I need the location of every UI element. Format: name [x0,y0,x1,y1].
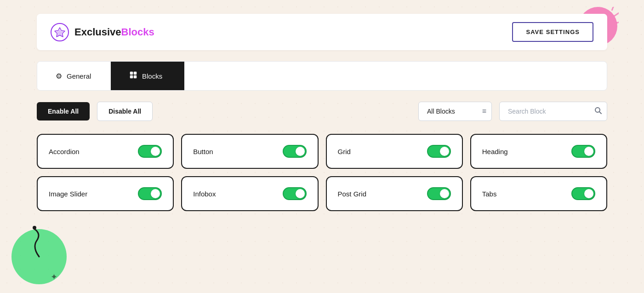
disable-all-button[interactable]: Disable All [97,102,153,121]
blocks-grid: Accordion Button Grid Heading [37,134,607,211]
toggle-slider-tabs [571,187,595,200]
block-label-button: Button [193,148,213,155]
toggle-slider-accordion [138,145,162,158]
header: ExclusiveBlocks SAVE SETTINGS [37,14,607,50]
gear-icon: ⚙ [56,72,62,80]
toggle-accordion[interactable] [138,145,162,158]
svg-rect-12 [134,75,137,78]
svg-line-14 [599,112,601,114]
logo-icon [51,23,69,41]
block-label-post-grid: Post Grid [338,190,367,198]
toggle-grid[interactable] [427,145,451,158]
tab-blocks[interactable]: Blocks [111,62,184,90]
svg-point-5 [33,226,36,230]
filter-select[interactable]: All Blocks Active Blocks Inactive Blocks [418,102,492,121]
svg-text:✦: ✦ [51,272,57,282]
toggle-slider-grid [427,145,451,158]
toggle-slider-heading [571,145,595,158]
toggle-heading[interactable] [571,145,595,158]
controls-row: Enable All Disable All All Blocks Active… [37,102,607,121]
toggle-button[interactable] [283,145,307,158]
block-card-button: Button [181,134,318,169]
block-label-grid: Grid [338,148,351,155]
tab-general[interactable]: ⚙ General [37,62,111,90]
search-icon-button[interactable] [594,107,602,116]
toggle-tabs[interactable] [571,187,595,200]
logo-blocks: Blocks [121,26,154,38]
block-label-infobox: Infobox [193,190,216,198]
block-label-image-slider: Image Slider [49,190,87,198]
search-wrapper [499,102,607,121]
logo-text: ExclusiveBlocks [74,26,154,38]
filter-select-wrapper: All Blocks Active Blocks Inactive Blocks [418,102,492,121]
logo-area: ExclusiveBlocks [51,23,154,41]
logo-exclusive: Exclusive [74,26,121,38]
tab-blocks-label: Blocks [142,72,162,80]
tabs-container: ⚙ General Blocks [37,61,607,91]
block-card-heading: Heading [470,134,607,169]
toggle-slider-image-slider [138,187,162,200]
toggle-slider-button [283,145,307,158]
svg-rect-11 [130,75,133,78]
enable-all-button[interactable]: Enable All [37,102,90,121]
block-card-image-slider: Image Slider [37,176,174,211]
block-label-accordion: Accordion [49,148,80,155]
toggle-slider-post-grid [427,187,451,200]
toggle-infobox[interactable] [283,187,307,200]
decor-bottom-left: ✦ [7,220,71,286]
toggle-post-grid[interactable] [427,187,451,200]
block-label-tabs: Tabs [482,190,497,198]
block-card-post-grid: Post Grid [326,176,463,211]
block-card-accordion: Accordion [37,134,174,169]
block-card-tabs: Tabs [470,176,607,211]
block-label-heading: Heading [482,148,508,155]
tab-general-label: General [67,72,91,80]
search-input[interactable] [499,102,607,121]
block-card-infobox: Infobox [181,176,318,211]
svg-rect-10 [134,72,137,75]
block-card-grid: Grid [326,134,463,169]
toggle-image-slider[interactable] [138,187,162,200]
svg-rect-9 [130,72,133,75]
toggle-slider-infobox [283,187,307,200]
save-settings-button[interactable]: SAVE SETTINGS [512,22,593,42]
main-wrapper: ExclusiveBlocks SAVE SETTINGS ⚙ General … [0,0,644,225]
blocks-icon [129,71,137,81]
